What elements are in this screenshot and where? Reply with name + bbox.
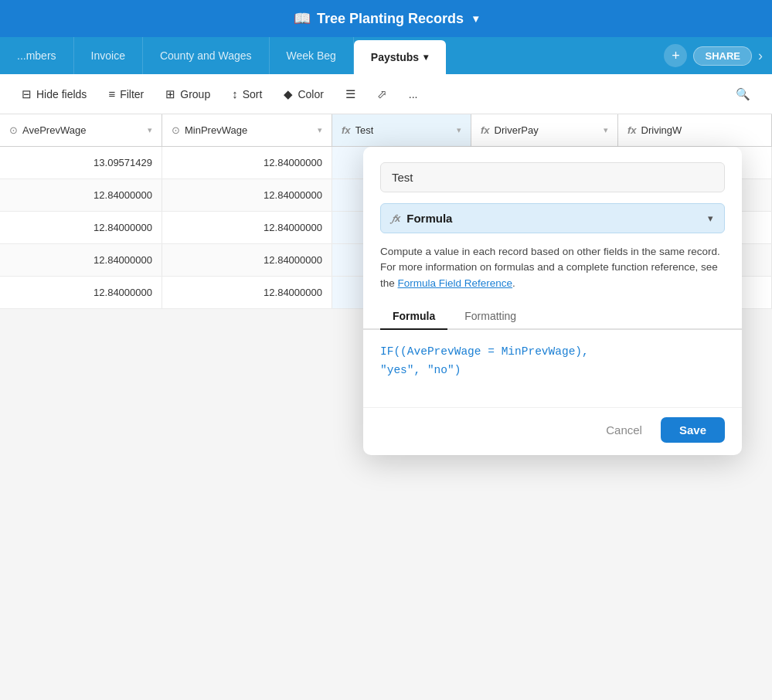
sort-icon: ↕ [232,87,238,100]
tab-numbers[interactable]: ...mbers [0,37,74,74]
share-view-button[interactable]: ⬀ [368,83,396,106]
cancel-button[interactable]: Cancel [597,419,651,441]
tab-county-wages-label: County and Wages [160,49,252,62]
tab-county-wages[interactable]: County and Wages [143,37,270,74]
formula-editor-area[interactable]: IF((AvePrevWage = MinPrevWage), "yes", "… [363,330,742,407]
formula-code[interactable]: IF((AvePrevWage = MinPrevWage), "yes", "… [380,342,725,380]
popup-tabs: Formula Formatting [363,304,742,330]
tab-formatting[interactable]: Formatting [452,304,529,330]
tab-paystubs-label: Paystubs [371,51,419,63]
tab-invoice-label: Invoice [91,49,125,62]
field-type-label: Formula [406,212,702,225]
hide-fields-button[interactable]: ⊟ Hide fields [12,83,96,106]
row-height-button[interactable]: ☰ [336,83,365,106]
formula-line2: "yes", "no") [380,364,461,376]
tab-paystubs-caret: ▾ [423,52,428,63]
search-icon: 🔍 [736,87,750,101]
popup-body: 𝑓x Formula ▾ Compute a value in each rec… [363,147,742,330]
formula-line1: IF((AvePrevWage = MinPrevWage), [380,345,589,358]
share-view-icon: ⬀ [377,87,387,101]
grid-area: ⊙ AvePrevWage ▾ ⊙ MinPrevWage ▾ fx Test … [0,114,772,700]
tab-week-beg[interactable]: Week Beg [270,37,354,74]
tab-formula[interactable]: Formula [380,304,447,330]
group-button[interactable]: ⊞ Group [156,83,219,106]
toolbar: ⊟ Hide fields ≡ Filter ⊞ Group ↕ Sort ◆ … [0,74,772,114]
tab-bar-right-arrow[interactable]: › [758,48,763,64]
top-bar: 📖 Tree Planting Records ▾ [0,0,772,37]
tab-invoice[interactable]: Invoice [74,37,143,74]
add-tab-button[interactable]: + [664,44,687,67]
hide-fields-icon: ⊟ [22,87,32,101]
tab-paystubs[interactable]: Paystubs ▾ [354,40,446,74]
share-button[interactable]: SHARE [693,46,752,66]
tab-numbers-label: ...mbers [17,49,56,62]
sort-button[interactable]: ↕ Sort [223,83,271,105]
popup-description: Compute a value in each record based on … [380,244,725,291]
filter-icon: ≡ [108,87,115,100]
more-button[interactable]: ... [400,83,427,105]
filter-button[interactable]: ≡ Filter [99,83,153,105]
field-type-dropdown[interactable]: 𝑓x Formula ▾ [380,203,725,233]
tab-bar: ...mbers Invoice County and Wages Week B… [0,37,772,74]
group-icon: ⊞ [165,87,175,101]
search-button[interactable]: 🔍 [726,83,760,106]
popup-footer: Cancel Save [363,407,742,455]
field-name-input[interactable] [380,162,725,192]
tab-week-beg-label: Week Beg [287,49,336,62]
field-editor-popup: 𝑓x Formula ▾ Compute a value in each rec… [363,147,742,455]
color-icon: ◆ [284,87,293,101]
popup-overlay: 𝑓x Formula ▾ Compute a value in each rec… [0,114,772,700]
color-button[interactable]: ◆ Color [274,83,332,106]
save-button[interactable]: Save [661,417,725,443]
tab-bar-actions: + SHARE › [664,37,772,74]
row-height-icon: ☰ [345,87,355,101]
toolbar-right: 🔍 [726,83,760,106]
field-type-icon: 𝑓x [392,212,400,225]
field-type-caret-icon: ▾ [708,212,713,224]
more-icon: ... [409,88,418,100]
book-icon: 📖 [294,10,311,27]
app-title: Tree Planting Records [317,11,464,27]
formula-reference-link[interactable]: Formula Field Reference [398,277,513,289]
app-title-caret[interactable]: ▾ [473,12,478,25]
